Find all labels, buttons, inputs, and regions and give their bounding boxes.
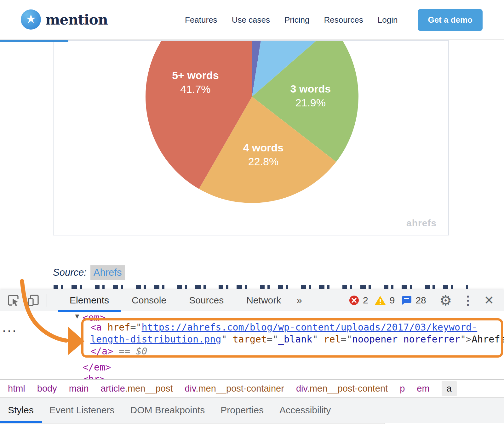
devtools-left-icons [6,290,47,311]
breadcrumb-item-em[interactable]: em [417,383,429,394]
page: ★ mention FeaturesUse casesPricingResour… [0,0,504,424]
device-toolbar-icon[interactable] [26,293,40,307]
nav-item-pricing[interactable]: Pricing [284,15,309,25]
breadcrumb-item-html[interactable]: html [8,383,25,394]
bottom-tab-properties[interactable]: Properties [220,405,264,416]
message-icon [401,295,412,305]
gear-icon[interactable]: ⚙ [439,292,452,308]
breadcrumb-item-div[interactable]: div.men__post-content [296,383,388,394]
a-tag-code-line-3[interactable]: </a> == $0 [90,345,147,357]
mention-logo[interactable]: ★ mention [21,9,108,30]
styles-pane-edge [0,423,504,424]
devtools-controls: ⚙ ⋮ ✕ [429,290,494,311]
source-line: Source: Ahrefs [53,265,125,280]
breadcrumb-item-main[interactable]: main [69,383,89,394]
keyword-length-pie-chart: 3 words21.9%4 words22.8%5+ words41.7% ah… [53,40,449,235]
a-tag-code-line-2[interactable]: length-distribution.png" target="_blank"… [90,333,504,345]
breadcrumb-item-a[interactable]: a [442,381,457,396]
active-bottom-tab-underline [0,421,42,423]
pie-chart-svg: 3 words21.9%4 words22.8%5+ words41.7% [54,41,448,235]
dom-breadcrumb: htmlbodymainarticle.men__postdiv.men__po… [0,379,504,397]
breadcrumb-item-body[interactable]: body [37,383,57,394]
controls-separator [429,294,429,307]
reading-progress-bar [0,40,68,42]
clipped-paragraph-text [54,285,468,289]
site-header: ★ mention FeaturesUse casesPricingResour… [0,0,504,40]
gutter-ellipsis[interactable]: ... [1,323,16,334]
bottom-tab-event-listeners[interactable]: Event Listeners [49,405,115,416]
inspect-icon[interactable] [6,293,20,307]
a-tag-code-line-1[interactable]: <a href="https://ahrefs.com/blog/wp-cont… [90,321,477,333]
bottom-tab-styles[interactable]: Styles [8,405,34,416]
source-label: Source: [53,267,87,278]
star-icon: ★ [21,9,41,30]
active-tab-underline [58,310,121,312]
message-count: 28 [415,295,426,306]
get-a-demo-button[interactable]: Get a demo [418,9,483,31]
devtools-tab-network[interactable]: Network [235,290,292,311]
source-link-ahrefs[interactable]: Ahrefs [90,265,125,280]
devtools-tab-elements[interactable]: Elements [58,290,120,311]
nav-item-use-cases[interactable]: Use cases [232,15,270,25]
breadcrumb-item-p[interactable]: p [400,383,405,394]
more-tabs-icon[interactable]: » [292,290,306,311]
nav-item-login[interactable]: Login [378,15,398,25]
console-counts[interactable]: 2 9 28 [349,290,426,311]
styles-pane-tabs: StylesEvent ListenersDOM BreakpointsProp… [0,397,504,423]
breadcrumb-item-div[interactable]: div.men__post-container [185,383,284,394]
breadcrumb-item-article[interactable]: article.men__post [101,383,173,394]
nav-item-resources[interactable]: Resources [324,15,363,25]
devtools-tab-sources[interactable]: Sources [178,290,235,311]
kebab-menu-icon[interactable]: ⋮ [462,293,474,307]
devtools-tab-console[interactable]: Console [120,290,178,311]
ahrefs-watermark: ahrefs [406,218,437,229]
warning-count: 9 [390,295,395,306]
toolbar-separator [47,294,47,307]
em-close-tag[interactable]: </em> [83,361,111,373]
devtools-tabs: ElementsConsoleSourcesNetwork» [58,290,306,311]
disclosure-triangle-icon[interactable]: ▼ [74,312,81,320]
warning-icon [375,295,386,305]
main-nav: FeaturesUse casesPricingResourcesLoginGe… [185,0,483,40]
nav-item-features[interactable]: Features [185,15,217,25]
bottom-tab-dom-breakpoints[interactable]: DOM Breakpoints [130,405,205,416]
bottom-tab-accessibility[interactable]: Accessibility [279,405,331,416]
error-icon [349,295,359,305]
close-icon[interactable]: ✕ [484,293,494,307]
error-count: 2 [363,295,368,306]
logo-text: mention [45,12,108,28]
